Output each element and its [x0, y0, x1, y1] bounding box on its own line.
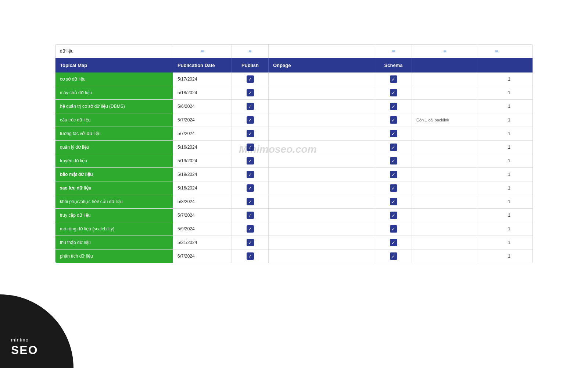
cell-publish[interactable]: ✓ — [232, 86, 269, 99]
cell-notes — [412, 181, 478, 195]
cell-notes: Còn 1 cái backlink — [412, 113, 478, 127]
table-row: phân tích dữ liệu 6/7/2024 ✓ ✓ 1 — [55, 250, 533, 263]
filter-icon-schema[interactable]: ≡ — [392, 48, 395, 54]
table-row: quản lý dữ liệu 5/16/2024 ✓ ✓ 1 — [55, 141, 533, 154]
filter-icon-publish[interactable]: ≡ — [248, 48, 251, 54]
cell-pubdate: 5/19/2024 — [173, 168, 232, 181]
cell-publish[interactable]: ✓ — [232, 168, 269, 181]
cell-publish[interactable]: ✓ — [232, 209, 269, 222]
cell-schema[interactable]: ✓ — [375, 86, 412, 99]
publish-checkbox[interactable]: ✓ — [247, 184, 254, 192]
cell-publish[interactable]: ✓ — [232, 72, 269, 86]
cell-publish[interactable]: ✓ — [232, 181, 269, 195]
publish-checkbox[interactable]: ✓ — [247, 75, 254, 83]
cell-onpage — [269, 100, 375, 113]
cell-topical: phân tích dữ liệu — [55, 250, 173, 263]
schema-checkbox[interactable]: ✓ — [390, 171, 397, 178]
cell-publish[interactable]: ✓ — [232, 250, 269, 263]
cell-num: 1 — [478, 86, 515, 99]
schema-checkbox[interactable]: ✓ — [390, 239, 397, 246]
cell-num: 1 — [478, 154, 515, 167]
cell-schema[interactable]: ✓ — [375, 141, 412, 154]
schema-checkbox[interactable]: ✓ — [390, 212, 397, 219]
publish-checkbox[interactable]: ✓ — [247, 157, 254, 164]
cell-publish[interactable]: ✓ — [232, 236, 269, 249]
cell-onpage — [269, 250, 375, 263]
publish-checkbox[interactable]: ✓ — [247, 212, 254, 219]
cell-schema[interactable]: ✓ — [375, 154, 412, 167]
filter-icon-notes[interactable]: ≡ — [443, 48, 446, 54]
schema-checkbox[interactable]: ✓ — [390, 89, 397, 96]
schema-checkbox[interactable]: ✓ — [390, 75, 397, 83]
cell-schema[interactable]: ✓ — [375, 195, 412, 208]
header-row: Topical Map Publication Date Publish Onp… — [55, 58, 533, 72]
cell-topical: cấu trúc dữ liệu — [55, 113, 173, 127]
filter-cell-schema: ≡ — [375, 45, 412, 58]
publish-checkbox[interactable]: ✓ — [247, 103, 254, 110]
table-row: máy chủ dữ liệu 5/18/2024 ✓ ✓ 1 — [55, 86, 533, 100]
cell-schema[interactable]: ✓ — [375, 168, 412, 181]
publish-checkbox[interactable]: ✓ — [247, 252, 254, 260]
cell-num: 1 — [478, 236, 515, 249]
publish-checkbox[interactable]: ✓ — [247, 198, 254, 205]
cell-publish[interactable]: ✓ — [232, 100, 269, 113]
publish-checkbox[interactable]: ✓ — [247, 116, 254, 124]
cell-schema[interactable]: ✓ — [375, 127, 412, 140]
cell-publish[interactable]: ✓ — [232, 195, 269, 208]
schema-checkbox[interactable]: ✓ — [390, 198, 397, 205]
schema-checkbox[interactable]: ✓ — [390, 184, 397, 192]
filter-icon-num[interactable]: ≡ — [495, 48, 498, 54]
schema-checkbox[interactable]: ✓ — [390, 252, 397, 260]
cell-onpage — [269, 195, 375, 208]
schema-checkbox[interactable]: ✓ — [390, 225, 397, 233]
header-publish: Publish — [232, 58, 269, 72]
cell-topical: sao lưu dữ liệu — [55, 181, 173, 195]
cell-num: 1 — [478, 113, 515, 127]
schema-checkbox[interactable]: ✓ — [390, 130, 397, 137]
publish-checkbox[interactable]: ✓ — [247, 239, 254, 246]
cell-topical: quản lý dữ liệu — [55, 141, 173, 154]
cell-notes — [412, 127, 478, 140]
cell-schema[interactable]: ✓ — [375, 250, 412, 263]
publish-checkbox[interactable]: ✓ — [247, 89, 254, 96]
cell-pubdate: 5/31/2024 — [173, 236, 232, 249]
cell-schema[interactable]: ✓ — [375, 181, 412, 195]
cell-schema[interactable]: ✓ — [375, 209, 412, 222]
schema-checkbox[interactable]: ✓ — [390, 116, 397, 124]
cell-publish[interactable]: ✓ — [232, 127, 269, 140]
schema-checkbox[interactable]: ✓ — [390, 103, 397, 110]
cell-onpage — [269, 236, 375, 249]
header-topical-map: Topical Map — [55, 58, 173, 72]
cell-onpage — [269, 154, 375, 167]
cell-schema[interactable]: ✓ — [375, 113, 412, 127]
publish-checkbox[interactable]: ✓ — [247, 130, 254, 137]
cell-schema[interactable]: ✓ — [375, 100, 412, 113]
cell-publish[interactable]: ✓ — [232, 141, 269, 154]
cell-notes — [412, 141, 478, 154]
filter-icon-pubdate[interactable]: ≡ — [201, 48, 204, 54]
cell-topical: máy chủ dữ liệu — [55, 86, 173, 99]
cell-num: 1 — [478, 168, 515, 181]
cell-schema[interactable]: ✓ — [375, 222, 412, 236]
cell-pubdate: 5/17/2024 — [173, 72, 232, 86]
cell-publish[interactable]: ✓ — [232, 154, 269, 167]
filter-cell-pubdate: ≡ — [173, 45, 232, 58]
table-row: truyền dữ liệu 5/19/2024 ✓ ✓ 1 — [55, 154, 533, 168]
header-publication-date: Publication Date — [173, 58, 232, 72]
cell-publish[interactable]: ✓ — [232, 113, 269, 127]
publish-checkbox[interactable]: ✓ — [247, 171, 254, 178]
publish-checkbox[interactable]: ✓ — [247, 144, 254, 151]
logo-area: minimo SEO — [0, 294, 74, 368]
cell-onpage — [269, 168, 375, 181]
cell-onpage — [269, 113, 375, 127]
cell-onpage — [269, 86, 375, 99]
cell-pubdate: 6/7/2024 — [173, 250, 232, 263]
table-row: truy cập dữ liệu 5/7/2024 ✓ ✓ 1 — [55, 209, 533, 222]
cell-publish[interactable]: ✓ — [232, 222, 269, 236]
cell-schema[interactable]: ✓ — [375, 236, 412, 249]
schema-checkbox[interactable]: ✓ — [390, 144, 397, 151]
publish-checkbox[interactable]: ✓ — [247, 225, 254, 233]
schema-checkbox[interactable]: ✓ — [390, 157, 397, 164]
cell-schema[interactable]: ✓ — [375, 72, 412, 86]
logo-text: minimo SEO — [11, 337, 38, 357]
